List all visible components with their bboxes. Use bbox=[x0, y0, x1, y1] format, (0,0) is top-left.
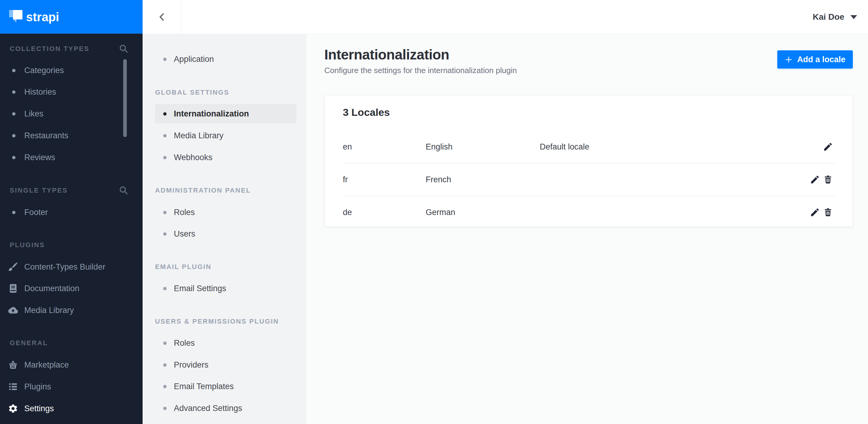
locale-name: English bbox=[426, 142, 453, 152]
settings-nav-email-templates[interactable]: Email Templates bbox=[143, 380, 306, 393]
row-divider bbox=[343, 196, 835, 196]
sidebar-item-content-types-builder[interactable]: Content-Types Builder bbox=[0, 260, 143, 273]
main-content: Internationalization Configure the setti… bbox=[306, 34, 868, 424]
locale-name: German bbox=[426, 208, 455, 217]
section-header-plugins: PLUGINS bbox=[10, 240, 45, 250]
strapi-wordmark: strapi bbox=[26, 10, 59, 24]
page-title: Internationalization bbox=[324, 46, 449, 63]
gear-icon bbox=[8, 403, 18, 414]
search-icon[interactable] bbox=[118, 185, 129, 195]
back-button[interactable] bbox=[143, 0, 181, 34]
settings-nav-email-settings[interactable]: Email Settings bbox=[143, 282, 306, 295]
edit-icon[interactable] bbox=[810, 207, 820, 218]
settings-group-email-plugin: EMAIL PLUGIN bbox=[155, 262, 212, 271]
settings-nav-advanced-settings[interactable]: Advanced Settings bbox=[143, 401, 306, 415]
list-icon bbox=[8, 382, 18, 392]
bullet-dot bbox=[12, 156, 16, 159]
sidebar-item-marketplace[interactable]: Marketplace bbox=[0, 358, 143, 371]
section-header-general: GENERAL bbox=[10, 338, 48, 348]
default-locale-badge: Default locale bbox=[540, 142, 589, 152]
settings-nav-panel: Application GLOBAL SETTINGS Internationa… bbox=[143, 34, 306, 424]
sidebar-item-histories[interactable]: Histories bbox=[0, 85, 143, 99]
locale-row-fr: fr French bbox=[324, 173, 853, 186]
bullet-dot bbox=[163, 58, 166, 61]
plus-icon bbox=[784, 56, 793, 64]
bullet-dot bbox=[163, 407, 166, 410]
bullet-dot bbox=[163, 232, 166, 236]
bullet-dot bbox=[163, 385, 166, 388]
settings-group-administration-panel: ADMINISTRATION PANEL bbox=[155, 186, 251, 195]
locales-card: 3 Locales en English Default locale fr F… bbox=[324, 95, 853, 227]
sidebar-item-documentation[interactable]: Documentation bbox=[0, 282, 143, 295]
section-header-collection-types: COLLECTION TYPES bbox=[10, 44, 90, 54]
sidebar-item-settings[interactable]: Settings bbox=[0, 402, 143, 415]
strapi-admin-window: strapi COLLECTION TYPES Categories Histo… bbox=[0, 0, 868, 424]
bullet-dot bbox=[12, 69, 16, 72]
locales-card-title: 3 Locales bbox=[343, 106, 390, 118]
bullet-dot bbox=[163, 341, 166, 345]
sidebar-item-plugins[interactable]: Plugins bbox=[0, 380, 143, 393]
basket-icon bbox=[8, 360, 18, 370]
cloud-upload-icon bbox=[8, 305, 18, 316]
sidebar-item-media-library[interactable]: Media Library bbox=[0, 303, 143, 317]
settings-group-global-settings: GLOBAL SETTINGS bbox=[155, 88, 229, 97]
delete-icon[interactable] bbox=[823, 207, 833, 218]
bullet-dot bbox=[163, 363, 166, 367]
topbar: Kai Doe bbox=[143, 0, 868, 34]
bullet-dot bbox=[12, 211, 16, 214]
chevron-left-icon bbox=[157, 12, 167, 22]
edit-icon[interactable] bbox=[810, 174, 820, 185]
bullet-dot bbox=[12, 90, 16, 94]
book-icon bbox=[8, 283, 18, 294]
settings-nav-providers[interactable]: Providers bbox=[143, 358, 306, 371]
page-subtitle: Configure the settings for the internati… bbox=[324, 66, 517, 75]
sidebar-item-likes[interactable]: Likes bbox=[0, 107, 143, 121]
edit-icon[interactable] bbox=[823, 142, 833, 152]
settings-group-users-permissions-plugin: USERS & PERMISSIONS PLUGIN bbox=[155, 317, 279, 326]
search-icon[interactable] bbox=[118, 43, 129, 54]
settings-nav-admin-users[interactable]: Users bbox=[143, 227, 306, 240]
bullet-dot bbox=[163, 156, 166, 159]
locale-code: de bbox=[343, 208, 352, 217]
locale-code: fr bbox=[343, 175, 348, 185]
bullet-dot bbox=[163, 112, 166, 116]
settings-nav-webhooks[interactable]: Webhooks bbox=[143, 151, 306, 164]
section-header-single-types: SINGLE TYPES bbox=[10, 186, 68, 195]
sidebar-item-reviews[interactable]: Reviews bbox=[0, 151, 143, 164]
caret-down-icon bbox=[850, 15, 857, 19]
settings-nav-application[interactable]: Application bbox=[143, 53, 306, 66]
bullet-dot bbox=[163, 211, 166, 214]
bullet-dot bbox=[163, 287, 166, 290]
user-name: Kai Doe bbox=[813, 12, 844, 22]
delete-icon[interactable] bbox=[823, 174, 833, 185]
sidebar-item-categories[interactable]: Categories bbox=[0, 64, 143, 77]
settings-nav-internationalization[interactable]: Internationalization bbox=[143, 107, 306, 121]
settings-nav-media-library[interactable]: Media Library bbox=[143, 129, 306, 142]
sidebar-item-footer[interactable]: Footer bbox=[0, 206, 143, 219]
bullet-dot bbox=[12, 112, 16, 116]
sidebar-item-restaurants[interactable]: Restaurants bbox=[0, 129, 143, 142]
locale-name: French bbox=[426, 175, 451, 185]
row-divider bbox=[343, 163, 835, 163]
bullet-dot bbox=[163, 134, 166, 137]
user-menu[interactable]: Kai Doe bbox=[813, 0, 857, 34]
paintbrush-icon bbox=[8, 262, 18, 272]
settings-nav-up-roles[interactable]: Roles bbox=[143, 336, 306, 350]
add-locale-button[interactable]: Add a locale bbox=[777, 50, 853, 69]
main-sidebar: strapi COLLECTION TYPES Categories Histo… bbox=[0, 0, 143, 424]
strapi-logo[interactable]: strapi bbox=[0, 0, 143, 34]
strapi-logo-icon bbox=[9, 10, 23, 23]
bullet-dot bbox=[12, 134, 16, 137]
locale-row-en: en English Default locale bbox=[324, 140, 853, 154]
locale-code: en bbox=[343, 142, 352, 152]
sidebar-scrollbar[interactable] bbox=[123, 59, 127, 137]
settings-nav-admin-roles[interactable]: Roles bbox=[143, 206, 306, 219]
locale-row-de: de German bbox=[324, 206, 853, 219]
